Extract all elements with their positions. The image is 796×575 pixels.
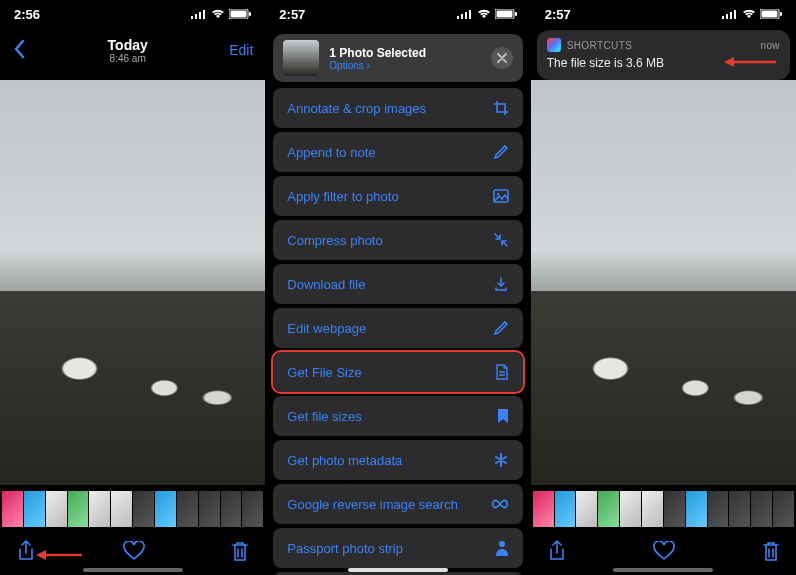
close-button[interactable] [491,47,513,69]
shortcut-action[interactable]: Apply filter to photo [273,176,522,216]
thumbnail[interactable] [642,491,663,527]
svg-rect-2 [199,12,201,19]
thumbnail[interactable] [751,491,772,527]
thumbnail[interactable] [729,491,750,527]
favorite-button[interactable] [123,541,145,561]
wifi-icon [211,9,225,19]
thumbnail[interactable] [555,491,576,527]
shortcut-action-label: Apply filter to photo [287,189,398,204]
crop-icon [491,100,509,116]
status-time: 2:57 [545,7,571,22]
pencil-icon [491,144,509,160]
thumbnail-strip[interactable] [531,491,796,527]
thumbnail[interactable] [177,491,198,527]
nav-bar: Today 8:46 am Edit [0,28,265,72]
wifi-icon [477,9,491,19]
home-indicator[interactable] [348,568,448,572]
shortcut-action[interactable]: Edit webpage [273,308,522,348]
annotation-arrow [724,56,776,68]
shortcut-action[interactable]: Compress photo [273,220,522,260]
thumbnail[interactable] [111,491,132,527]
shortcut-action[interactable]: Annotate & crop images [273,88,522,128]
shortcut-action-label: Get File Size [287,365,361,380]
notification-banner[interactable]: SHORTCUTS now The file size is 3.6 MB [537,30,790,80]
shortcut-action[interactable]: Get photo metadata [273,440,522,480]
person-icon [491,540,509,556]
svg-rect-11 [469,10,471,19]
thumbnail[interactable] [708,491,729,527]
thumbnail[interactable] [620,491,641,527]
screen-notification: 2:57 SHORTCUTS [531,0,796,575]
picture-icon [491,189,509,203]
thumbnail[interactable] [46,491,67,527]
svg-rect-19 [726,14,728,19]
share-button[interactable] [547,539,567,563]
share-icon [16,539,36,563]
nav-subtitle-text: 8:46 am [108,53,148,64]
signal-icon [722,9,738,19]
thumbnail[interactable] [533,491,554,527]
thumbnail[interactable] [68,491,89,527]
thumbnail[interactable] [773,491,794,527]
share-button[interactable] [16,539,36,563]
battery-icon [495,9,517,19]
shortcut-action[interactable]: Get file sizes [273,396,522,436]
signal-icon [457,9,473,19]
notification-header: SHORTCUTS now [547,38,780,52]
thumbnail[interactable] [664,491,685,527]
signal-icon [191,9,207,19]
thumbnail[interactable] [686,491,707,527]
status-time: 2:57 [279,7,305,22]
status-icons [457,9,517,19]
home-indicator[interactable] [613,568,713,572]
shortcut-action[interactable]: Google reverse image search [273,484,522,524]
svg-rect-0 [191,16,193,19]
shortcut-action[interactable]: Append to note [273,132,522,172]
thumbnail[interactable] [2,491,23,527]
delete-button[interactable] [231,540,249,562]
shortcut-action[interactable]: Get File Size [273,352,522,392]
thumbnail[interactable] [89,491,110,527]
shortcut-action[interactable]: Passport photo strip [273,528,522,568]
back-button[interactable] [12,39,42,62]
svg-rect-3 [203,10,205,19]
svg-rect-20 [730,12,732,19]
thumbnail[interactable] [598,491,619,527]
selected-text: 1 Photo Selected Options › [329,46,426,71]
thumbnail[interactable] [242,491,263,527]
thumbnail[interactable] [24,491,45,527]
thumbnail[interactable] [221,491,242,527]
svg-rect-23 [761,11,777,18]
screen-share-sheet: 2:57 1 Photo Selected Options › Annotate… [265,0,530,575]
status-icons [191,9,251,19]
nav-title: Today 8:46 am [108,37,148,64]
photo-viewer[interactable] [0,80,265,485]
status-time: 2:56 [14,7,40,22]
share-sheet: 1 Photo Selected Options › Annotate & cr… [265,28,530,575]
asterisk-icon [491,452,509,468]
favorite-button[interactable] [653,541,675,561]
thumbnail[interactable] [576,491,597,527]
close-icon [497,53,507,63]
shortcut-action-label: Get file sizes [287,409,361,424]
thumbnail[interactable] [155,491,176,527]
thumbnail[interactable] [133,491,154,527]
delete-button[interactable] [762,540,780,562]
thumbnail[interactable] [199,491,220,527]
options-link[interactable]: Options › [329,60,426,71]
shortcut-action-label: Annotate & crop images [287,101,426,116]
share-icon [547,539,567,563]
compress-icon [491,232,509,248]
svg-rect-24 [780,12,782,16]
photo-viewer[interactable] [531,80,796,485]
home-indicator[interactable] [83,568,183,572]
shortcut-action[interactable]: Download file [273,264,522,304]
svg-rect-5 [231,11,247,18]
shortcut-action-label: Compress photo [287,233,382,248]
thumbnail-strip[interactable] [0,491,265,527]
edit-button[interactable]: Edit [213,42,253,58]
svg-rect-8 [457,16,459,19]
shortcut-action-label: Append to note [287,145,375,160]
shortcut-action-label: Passport photo strip [287,541,403,556]
chevron-left-icon [12,39,26,59]
